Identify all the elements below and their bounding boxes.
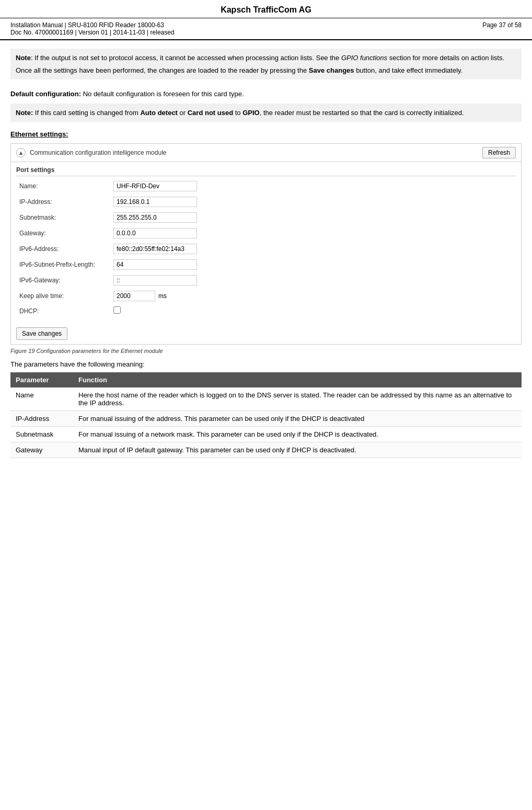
form-row: Gateway:: [16, 225, 516, 241]
form-field-label: Name:: [16, 178, 110, 194]
form-row: Subnetmask:: [16, 210, 516, 225]
doc-info-left: Installation Manual | SRU-8100 RFID Read…: [10, 21, 175, 36]
port-settings-section: Port settings Name:IP-Address:Subnetmask…: [11, 162, 521, 344]
dhcp-checkbox[interactable]: [113, 306, 121, 314]
collapse-arrow: ▲: [18, 150, 24, 156]
params-col-parameter: Parameter: [10, 372, 73, 387]
form-row: Keep alive time:ms: [16, 288, 516, 304]
form-field-label: IPv6-Subnet-Prefix-Length:: [16, 257, 110, 272]
form-row: IPv6-Gateway:: [16, 272, 516, 288]
panel-title: Communication configuration intelligence…: [30, 149, 482, 156]
form-field-value: [110, 178, 516, 194]
default-config-text: Default configuration: No default config…: [10, 85, 522, 104]
collapse-icon[interactable]: ▲: [16, 148, 26, 157]
param-name: IP-Address: [10, 411, 73, 427]
ethernet-panel-header: ▲ Communication configuration intelligen…: [11, 144, 521, 162]
figure-caption: Figure 19 Configuration parameters for t…: [10, 348, 522, 354]
form-field-value: [110, 210, 516, 225]
form-row: DHCP:: [16, 304, 516, 318]
form-input[interactable]: [113, 275, 197, 286]
table-row: SubnetmaskFor manual issuing of a networ…: [10, 427, 522, 442]
param-function: Here the host name of the reader which i…: [73, 387, 522, 411]
port-settings-label: Port settings: [16, 166, 516, 176]
form-input[interactable]: [113, 212, 197, 223]
main-content: Note: If the output is not set to protoc…: [0, 49, 532, 458]
form-input[interactable]: [113, 228, 197, 238]
doc-info-line1: Installation Manual | SRU-8100 RFID Read…: [10, 21, 175, 29]
table-row: IP-AddressFor manual issuing of the addr…: [10, 411, 522, 427]
form-field-value: [110, 304, 516, 318]
form-field-value: [110, 257, 516, 272]
form-input[interactable]: [113, 259, 197, 270]
ethernet-section-heading: Ethernet settings:: [10, 130, 522, 138]
form-field-label: Subnetmask:: [16, 210, 110, 225]
param-function: For manual issuing of the address. This …: [73, 411, 522, 427]
table-row: NameHere the host name of the reader whi…: [10, 387, 522, 411]
form-row: IPv6-Subnet-Prefix-Length:: [16, 257, 516, 272]
params-table: Parameter Function NameHere the host nam…: [10, 372, 522, 458]
form-field-label: IP-Address:: [16, 194, 110, 210]
form-input[interactable]: [113, 197, 197, 207]
param-name: Name: [10, 387, 73, 411]
doc-info-right: Page 37 of 58: [482, 21, 522, 36]
form-field-value: ms: [110, 288, 516, 304]
note1-line1: Note: If the output is not set to protoc…: [16, 53, 516, 63]
keep-alive-input[interactable]: [113, 291, 155, 301]
form-row: Name:: [16, 178, 516, 194]
param-function: Manual input of IP default gateway. This…: [73, 442, 522, 458]
note2-text: Note: If this card setting is changed fr…: [16, 108, 516, 118]
form-field-label: DHCP:: [16, 304, 110, 318]
note1-line2: Once all the settings have been performe…: [16, 65, 516, 76]
form-field-value: [110, 241, 516, 257]
table-row: GatewayManual input of IP default gatewa…: [10, 442, 522, 458]
form-input[interactable]: [113, 244, 197, 254]
page-header: Kapsch TrafficCom AG: [0, 0, 532, 18]
form-input[interactable]: [113, 181, 197, 191]
form-field-value: [110, 194, 516, 210]
params-intro: The parameters have the following meanin…: [10, 360, 522, 368]
param-name: Subnetmask: [10, 427, 73, 442]
param-function: For manual issuing of a network mask. Th…: [73, 427, 522, 442]
form-field-label: Gateway:: [16, 225, 110, 241]
save-changes-button[interactable]: Save changes: [16, 327, 67, 340]
form-field-value: [110, 272, 516, 288]
form-field-label: IPv6-Address:: [16, 241, 110, 257]
ms-label: ms: [158, 292, 167, 300]
doc-info-line2: Doc No. 47000001169 | Version 01 | 2014-…: [10, 29, 175, 36]
form-field-label: IPv6-Gateway:: [16, 272, 110, 288]
port-settings-table: Name:IP-Address:Subnetmask:Gateway:IPv6-…: [16, 178, 516, 318]
param-name: Gateway: [10, 442, 73, 458]
refresh-button[interactable]: Refresh: [482, 147, 516, 158]
form-row: IPv6-Address:: [16, 241, 516, 257]
ethernet-panel: ▲ Communication configuration intelligen…: [10, 143, 522, 345]
note-box-2: Note: If this card setting is changed fr…: [10, 104, 522, 122]
form-field-label: Keep alive time:: [16, 288, 110, 304]
form-row: IP-Address:: [16, 194, 516, 210]
note-box-1: Note: If the output is not set to protoc…: [10, 49, 522, 79]
doc-info-bar: Installation Manual | SRU-8100 RFID Read…: [0, 18, 532, 40]
form-field-value: [110, 225, 516, 241]
page-title: Kapsch TrafficCom AG: [221, 5, 311, 14]
params-col-function: Function: [73, 372, 522, 387]
